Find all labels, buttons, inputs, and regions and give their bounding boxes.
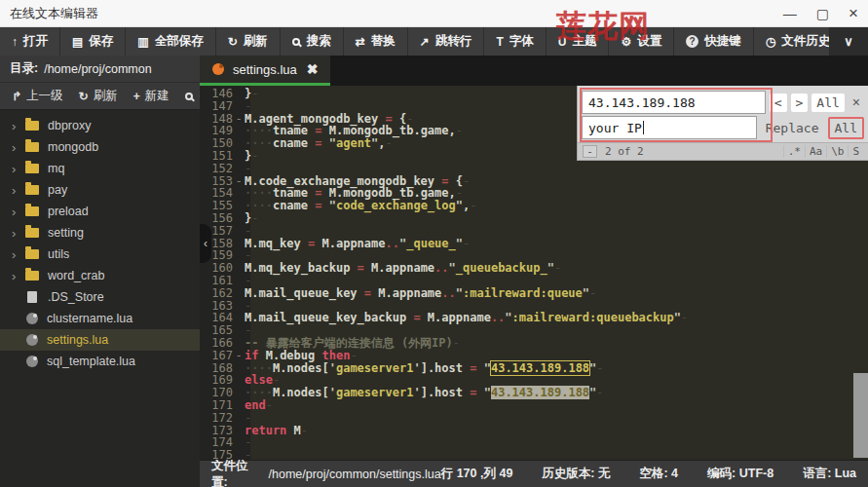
upload-icon: ↑ <box>12 35 18 49</box>
code-line[interactable]: 175- <box>200 449 868 460</box>
tab-settings-lua[interactable]: settings.lua ✖ <box>200 56 330 86</box>
tree-file-.DS_Store[interactable]: .DS_Store <box>0 286 200 308</box>
search-close-icon[interactable]: × <box>849 94 864 110</box>
code-editor[interactable]: 146}-147-148-M.agent_mongodb_key = {-149… <box>200 86 868 460</box>
code-line[interactable]: 170····M.nodes['gameserver1'].host = "43… <box>200 387 868 399</box>
code-text: M.mq_key = M.appname.."_queue_"- <box>245 238 470 250</box>
tree-folder-pay[interactable]: ›pay <box>0 179 200 201</box>
code-line[interactable]: 174- <box>200 436 868 449</box>
fold-marker-icon[interactable]: - <box>233 175 245 188</box>
folder-label: word_crab <box>48 269 104 282</box>
tree-folder-dbproxy[interactable]: ›dbproxy <box>0 115 200 136</box>
folder-icon <box>25 249 39 259</box>
chevron-right-icon[interactable]: › <box>12 226 25 241</box>
panel-minimize-button[interactable]: - <box>583 145 597 158</box>
find-all-button[interactable]: All <box>811 94 844 112</box>
directory-path: /home/proj/common <box>44 62 151 76</box>
replace-button[interactable]: Replace <box>761 119 824 137</box>
tab-close-icon[interactable]: ✖ <box>307 61 319 77</box>
lua-file-icon <box>26 313 38 324</box>
fold-spacer <box>233 387 245 399</box>
folder-label: dbproxy <box>48 119 91 132</box>
tree-folder-preload[interactable]: ›preload <box>0 201 200 222</box>
vertical-scrollbar[interactable] <box>853 373 868 458</box>
code-line[interactable]: 173return M- <box>200 425 868 437</box>
toolbar-button-label: 打开 <box>23 33 48 50</box>
minimize-icon[interactable]: — <box>783 7 797 20</box>
toolbar-button-label: 保存 <box>89 33 113 50</box>
tree-folder-utils[interactable]: ›utils <box>0 244 200 265</box>
refresh-icon: ↻ <box>79 90 89 103</box>
maximize-icon[interactable]: ▢ <box>816 7 829 20</box>
file-label: clustername.lua <box>47 312 132 325</box>
line-number: 167 <box>200 350 233 362</box>
sidebar-tool-refresh[interactable]: ↻刷新 <box>73 88 124 104</box>
find-prev-button[interactable]: < <box>770 94 787 112</box>
toolbar-button-hotkeys[interactable]: ?快捷键 <box>674 27 754 56</box>
sidebar-collapse-handle[interactable]: ‹ <box>200 224 211 263</box>
code-line[interactable]: 168····M.nodes['gameserver1'].host = "43… <box>200 362 868 375</box>
tree-folder-setting[interactable]: ›setting <box>0 222 200 244</box>
toolbar-buttons: ↑打开▤保存▥全部保存↻刷新搜索⇄替换↗跳转行T字体U主题⚙设置?快捷键◷文件历… <box>0 27 867 56</box>
sidebar-tool-new[interactable]: +新建 <box>128 88 175 104</box>
code-line[interactable]: 164M.mail_queue_key_backup = M.appname..… <box>200 312 868 324</box>
toolbar-button-open[interactable]: ↑打开 <box>0 27 60 56</box>
fold-spacer <box>233 312 245 324</box>
chevron-right-icon[interactable]: › <box>12 162 25 176</box>
toolbar-collapse-button[interactable]: ∨ <box>829 27 868 56</box>
code-line[interactable]: 155····cname = "code_exchange_log",- <box>200 200 868 212</box>
tree-file-sql_template.lua[interactable]: sql_template.lua <box>0 351 200 372</box>
file-location-label: 文件位置: <box>211 458 263 487</box>
toolbar-button-search[interactable]: 搜索 <box>281 27 344 56</box>
code-line[interactable]: 162M.mail_queue_key = M.appname..":mailr… <box>200 287 868 300</box>
tree-folder-mongodb[interactable]: ›mongodb <box>0 136 200 158</box>
toolbar-button-theme[interactable]: U主题 <box>547 27 610 56</box>
fold-marker-icon[interactable]: - <box>233 350 245 362</box>
line-number: 151 <box>200 150 233 163</box>
code-line[interactable]: 156}- <box>200 212 868 225</box>
find-input[interactable]: 43.143.189.188 <box>582 91 766 114</box>
tree-folder-word_crab[interactable]: ›word_crab <box>0 265 200 286</box>
tree-file-settings.lua[interactable]: settings.lua <box>0 329 200 351</box>
toolbar-button-label: 替换 <box>371 33 396 50</box>
close-icon[interactable]: × <box>849 5 858 21</box>
toolbar-button-label: 跳转行 <box>435 33 472 50</box>
toolbar-button-refresh[interactable]: ↻刷新 <box>216 27 281 56</box>
regex-toggle[interactable]: .* <box>783 145 805 158</box>
folder-label: mongodb <box>48 140 98 154</box>
code-line[interactable]: 158M.mq_key = M.appname.."_queue_"- <box>200 238 868 250</box>
save-all-icon: ▥ <box>137 35 148 49</box>
toolbar-button-label: 刷新 <box>244 33 268 50</box>
tree-file-clustername.lua[interactable]: clustername.lua <box>0 308 200 329</box>
toolbar-button-save-all[interactable]: ▥全部保存 <box>126 27 215 56</box>
case-toggle[interactable]: Aa <box>805 145 826 158</box>
folder-icon <box>25 271 39 281</box>
code-text: return M- <box>245 425 308 437</box>
whole-word-toggle[interactable]: \b <box>826 145 848 158</box>
toolbar-button-font[interactable]: T字体 <box>484 27 546 56</box>
toolbar-button-goto-line[interactable]: ↗跳转行 <box>408 27 485 56</box>
sidebar-tool-up-level[interactable]: ↱上一级 <box>6 88 69 104</box>
code-line[interactable]: 160M.mq_key_backup = M.appname.."_queueb… <box>200 262 868 275</box>
code-line[interactable]: 171end- <box>200 399 868 412</box>
tree-folder-mq[interactable]: ›mq <box>0 158 200 179</box>
folder-label: pay <box>48 183 67 197</box>
toolbar-button-settings[interactable]: ⚙设置 <box>609 27 674 56</box>
toolbar-button-replace[interactable]: ⇄替换 <box>344 27 408 56</box>
toolbar-button-save[interactable]: ▤保存 <box>60 27 126 56</box>
chevron-right-icon[interactable]: › <box>12 247 25 262</box>
chevron-right-icon[interactable]: › <box>12 119 25 133</box>
line-number: 152 <box>200 163 233 175</box>
fold-marker-icon[interactable]: - <box>233 113 245 126</box>
chevron-right-icon[interactable]: › <box>12 205 25 219</box>
lua-file-icon <box>212 63 224 75</box>
replace-input[interactable]: your IP <box>582 116 757 139</box>
chevron-right-icon[interactable]: › <box>12 183 25 198</box>
replace-all-button[interactable]: All <box>828 117 864 139</box>
status-item: 空格: 4 <box>639 466 678 482</box>
chevron-right-icon[interactable]: › <box>12 140 25 155</box>
selection-toggle[interactable]: S <box>848 145 863 158</box>
font-icon: T <box>496 35 503 49</box>
find-next-button[interactable]: > <box>791 94 809 112</box>
chevron-right-icon[interactable]: › <box>12 269 25 283</box>
